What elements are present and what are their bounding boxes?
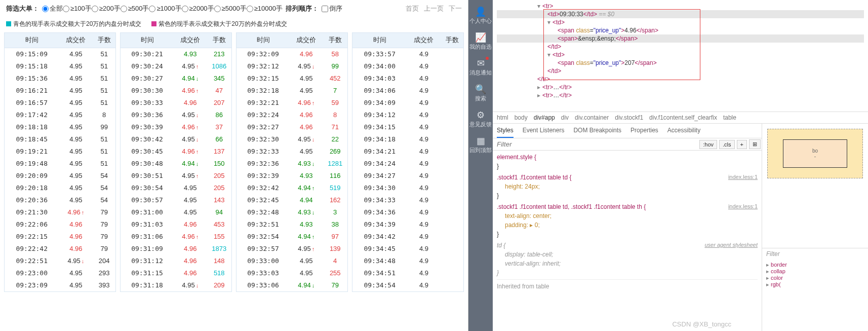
col-header: 时间 xyxy=(121,33,174,48)
styles-filter-btn[interactable]: + xyxy=(737,140,747,149)
table-row: 09:31:094.961873 xyxy=(121,243,231,255)
table-row: 09:23:094.95393 xyxy=(5,279,115,291)
table-row: 09:33:574.9 xyxy=(352,48,463,60)
table-row: 09:32:214.96↑59 xyxy=(236,97,347,109)
table-row: 09:32:124.95↓99 xyxy=(236,60,347,72)
col-header: 成交价 xyxy=(290,33,323,48)
table-row: 09:19:484.9551 xyxy=(5,158,115,170)
table-row: 09:19:214.9551 xyxy=(5,145,115,158)
table-row: 09:16:574.9551 xyxy=(5,97,115,109)
nav-first[interactable]: 首页 xyxy=(406,4,419,13)
devtools-tab[interactable]: Event Listeners xyxy=(523,124,565,138)
crumb[interactable]: div.container xyxy=(575,114,609,121)
col-header: 时间 xyxy=(5,33,59,48)
table-row: 09:31:154.96518 xyxy=(121,267,231,279)
table-row: 09:33:004.954 xyxy=(236,255,347,267)
computed-panel: bo- Filter ▸ border▸ collap▸ color▸ rgb( xyxy=(762,124,868,331)
legend-cyan-swatch xyxy=(6,21,11,26)
table-row: 09:34:304.9 xyxy=(352,182,463,194)
computed-filter[interactable]: Filter xyxy=(762,248,868,260)
table-row: 09:32:184.957 xyxy=(236,85,347,97)
devtools-tab[interactable]: Styles xyxy=(497,124,514,138)
breadcrumb[interactable]: htmlbodydiv#appdivdiv.containerdiv.stock… xyxy=(493,112,868,124)
table-row: 09:32:244.968 xyxy=(236,109,347,121)
table-row: 09:20:094.9554 xyxy=(5,170,115,182)
table-row: 09:32:394.93116 xyxy=(236,170,347,182)
devtools: ▾<tr> <td>09:30:33</td> == $0 ▾<td> <spa… xyxy=(493,0,868,331)
sidebar-icon: 👤 xyxy=(468,7,493,16)
dom-tree[interactable]: ▾<tr> <td>09:30:33</td> == $0 ▾<td> <spa… xyxy=(493,0,868,112)
filter-option[interactable]: ≥2000手 xyxy=(182,4,214,13)
tables-container: 时间成交价手数09:15:094.955109:15:184.955109:15… xyxy=(0,32,468,292)
crumb[interactable]: div.stockf1 xyxy=(615,114,643,121)
filter-option[interactable]: ≥1000手 xyxy=(149,4,181,13)
toggle-styles-icon[interactable]: ⊞ xyxy=(749,139,761,149)
crumb[interactable]: table xyxy=(723,114,736,121)
table-row: 09:34:094.9 xyxy=(352,97,463,109)
filter-option[interactable]: ≥5000手 xyxy=(214,4,247,13)
table-row: 09:20:364.9554 xyxy=(5,194,115,206)
devtools-tab[interactable]: Properties xyxy=(630,124,658,138)
col-header: 成交价 xyxy=(407,33,441,48)
styles-filter-input[interactable] xyxy=(493,138,698,150)
table-row: 09:30:214.93213 xyxy=(121,48,231,60)
crumb[interactable]: div#app xyxy=(534,114,555,121)
table-row: 09:20:184.9554 xyxy=(5,182,115,194)
table-row: 09:34:184.9 xyxy=(352,133,463,145)
sort-checkbox[interactable]: 倒序 xyxy=(322,4,342,13)
table-row: 09:32:484.93↓3 xyxy=(236,206,347,218)
table-row: 09:34:244.9 xyxy=(352,158,463,170)
sidebar-item[interactable]: 📈我的自选 xyxy=(468,29,493,55)
nav-prev[interactable]: 上一页 xyxy=(424,4,444,13)
filter-option[interactable]: ≥500手 xyxy=(121,4,149,13)
crumb[interactable]: div.f1content.self_clearfix xyxy=(649,114,717,121)
sidebar-item[interactable]: 🔍搜索 xyxy=(468,81,493,106)
table-row: 09:30:364.95↓86 xyxy=(121,109,231,121)
crumb[interactable]: html xyxy=(497,114,508,121)
table-row: 09:34:424.9 xyxy=(352,231,463,243)
filter-option[interactable]: ≥200手 xyxy=(92,4,121,13)
table-row: 09:31:004.9594 xyxy=(121,206,231,218)
devtools-tab[interactable]: Accessibility xyxy=(667,124,700,138)
table-row: 09:34:214.9 xyxy=(352,145,463,158)
sidebar-item[interactable]: 👤个人中心 xyxy=(468,3,493,29)
nav-next[interactable]: 下一 xyxy=(449,4,462,13)
styles-panel[interactable]: element.style {} index.less:1.stockf1 .f… xyxy=(493,151,762,331)
sidebar-item[interactable]: ▦回到顶部 xyxy=(468,132,493,158)
devtools-tab[interactable]: DOM Breakpoints xyxy=(573,124,621,138)
box-model: bo- xyxy=(762,124,868,248)
col-header: 手数 xyxy=(93,33,115,48)
notification-dot xyxy=(486,57,489,60)
table-row: 09:30:544.95205 xyxy=(121,182,231,194)
sidebar-item[interactable]: ✉消息通知 xyxy=(468,55,493,81)
table-row: 09:31:034.96453 xyxy=(121,218,231,231)
col-header: 手数 xyxy=(323,33,347,48)
table-row: 09:34:334.9 xyxy=(352,194,463,206)
styles-filter-btn[interactable]: :hov xyxy=(699,140,717,149)
crumb[interactable]: div xyxy=(561,114,569,121)
watermark: CSDN @XB_tongcc xyxy=(672,320,731,328)
styles-filter-row: :hov.cls+ ⊞ xyxy=(493,138,762,151)
table-row: 09:15:094.9551 xyxy=(5,48,115,60)
table-row: 09:22:514.95↓204 xyxy=(5,255,115,267)
sidebar-icon: ⚙ xyxy=(468,111,493,120)
sidebar-item[interactable]: ⚙意见反馈 xyxy=(468,106,493,132)
table-row: 09:34:394.9 xyxy=(352,218,463,231)
crumb[interactable]: body xyxy=(515,114,528,121)
tick-table: 时间成交价手数09:15:094.955109:15:184.955109:15… xyxy=(5,33,115,291)
side-toolbar: 👤个人中心📈我的自选✉消息通知🔍搜索⚙意见反馈▦回到顶部 xyxy=(468,0,493,331)
table-row: 09:16:214.9551 xyxy=(5,85,115,97)
table-row: 09:34:364.9 xyxy=(352,206,463,218)
filter-option[interactable]: 全部 xyxy=(42,4,63,13)
styles-filter-btn[interactable]: .cls xyxy=(719,140,735,149)
filter-option[interactable]: ≥100手 xyxy=(63,4,92,13)
table-row: 09:32:154.95452 xyxy=(236,72,347,85)
table-row: 09:32:334.95269 xyxy=(236,145,347,158)
table-row: 09:30:304.96↑47 xyxy=(121,85,231,97)
filter-option[interactable]: ≥10000手 xyxy=(247,4,283,13)
table-row: 09:15:364.9551 xyxy=(5,72,115,85)
table-row: 09:32:094.9658 xyxy=(236,48,347,60)
table-row: 09:21:304.96↑79 xyxy=(5,206,115,218)
table-row: 09:30:514.95↑205 xyxy=(121,170,231,182)
table-row: 09:22:424.9679 xyxy=(5,243,115,255)
